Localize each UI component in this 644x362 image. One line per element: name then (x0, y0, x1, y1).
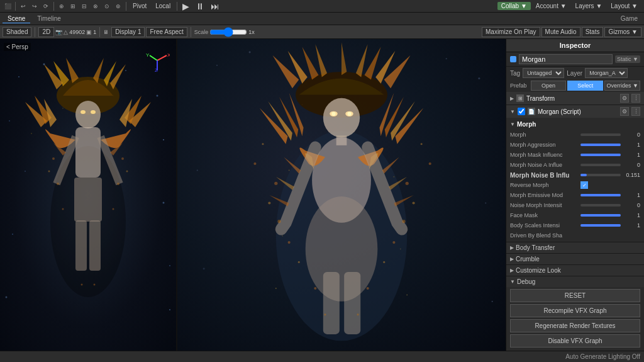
camera-icon: 📷 (55, 29, 62, 35)
svg-point-81 (367, 287, 369, 290)
pause-button[interactable]: ⏸ (193, 1, 207, 11)
stats-button[interactable]: Stats (582, 27, 604, 37)
view-2d-button[interactable]: 2D (38, 27, 54, 37)
noise-b-label: Morph Noise B Influ (510, 172, 579, 179)
prefab-select-button[interactable]: Select (567, 81, 603, 91)
disable-vfx-button[interactable]: Disable VFX Graph (510, 334, 640, 348)
svg-point-19 (75, 101, 101, 128)
scale-value: 1x (248, 29, 255, 35)
crumble-arrow: ▶ (510, 256, 514, 262)
transform-label: Transform (526, 95, 618, 102)
noise-a-slider[interactable] (580, 164, 621, 166)
step-button[interactable]: ⏭ (208, 1, 222, 11)
svg-text:Z: Z (155, 67, 158, 73)
static-badge[interactable]: Static ▼ (615, 55, 640, 63)
svg-line-36 (157, 55, 167, 60)
tab-timeline[interactable]: Timeline (32, 14, 65, 23)
reverse-morph-checkbox[interactable]: ✓ (580, 181, 588, 189)
tag-row: Tag Untagged Layer Morgan_A (506, 67, 644, 79)
script-settings-btn[interactable]: ⚙ (620, 107, 629, 116)
toolbar-icon-7: ⊗ (91, 1, 101, 11)
toolbar-icon-2: ↪ (30, 1, 40, 11)
tag-label: Tag (510, 70, 520, 77)
noise-b-slider-container: 0.151 (580, 172, 640, 178)
inspector-panel: Inspector Static ▼ Tag Untagged Layer Mo… (506, 39, 644, 351)
svg-text:Y: Y (146, 52, 150, 58)
reset-button[interactable]: RESET (510, 289, 640, 302)
toolbar-icon-1: ↩ (18, 1, 28, 11)
shaded-dropdown[interactable]: Shaded (3, 27, 31, 37)
viewport-left[interactable]: < Persp X Y Z (0, 39, 176, 351)
face-mask-slider-container: 1 (580, 212, 640, 218)
noise-b-slider[interactable] (580, 174, 621, 176)
aggression-value: 1 (623, 142, 640, 148)
layer-dropdown[interactable]: Morgan_A (585, 68, 628, 78)
transform-more-btn[interactable]: ⋮ (631, 94, 640, 103)
tab-scene[interactable]: Scene (3, 14, 30, 23)
viewport-persp-label: < Persp (4, 43, 31, 51)
prefab-overrides-button[interactable]: Overrides ▼ (604, 81, 640, 91)
emissive-slider-container: 1 (580, 192, 640, 198)
svg-point-34 (81, 284, 83, 286)
emissive-prop: Morph Emissive Mod 1 (506, 190, 644, 200)
script-enabled-checkbox[interactable] (518, 108, 525, 115)
face-mask-prop: Face Mask 1 (506, 210, 644, 220)
top-bar: ⬛ ↩ ↪ ⟳ ⊕ ⊞ ⊟ ⊗ ⊙ ⊚ Pivot Local ▶ ⏸ ⏭ Co… (0, 0, 644, 13)
mask-influe-slider[interactable] (580, 154, 621, 156)
scale-slider[interactable] (209, 29, 247, 35)
aggression-label: Morph Aggression (510, 142, 579, 148)
viewport-right[interactable] (177, 39, 506, 351)
aspect-dropdown[interactable]: Free Aspect (146, 27, 187, 37)
face-mask-slider[interactable] (580, 214, 621, 217)
script-more-btn[interactable]: ⋮ (631, 107, 640, 116)
transform-settings-btn[interactable]: ⚙ (620, 94, 629, 103)
maximize-button[interactable]: Maximize On Play (482, 27, 540, 37)
svg-rect-69 (344, 272, 360, 334)
pivot-button[interactable]: Pivot (129, 2, 150, 10)
svg-point-79 (383, 261, 385, 263)
tag-dropdown[interactable]: Untagged (523, 68, 564, 78)
object-name-field[interactable] (519, 54, 613, 64)
recompile-vfx-button[interactable]: Recompile VFX Graph (510, 304, 640, 317)
toolbar-icon-8: ⊙ (102, 1, 112, 11)
separator (53, 2, 54, 11)
layout-button[interactable]: Layout ▼ (607, 2, 641, 10)
gizmos-button[interactable]: Gizmos ▼ (604, 27, 641, 37)
play-button[interactable]: ▶ (180, 1, 192, 11)
local-button[interactable]: Local (152, 2, 174, 10)
aggression-slider-container: 1 (580, 142, 640, 148)
mute-button[interactable]: Mute Audio (541, 27, 580, 37)
aggression-slider[interactable] (580, 144, 621, 146)
svg-point-85 (421, 143, 423, 145)
morph-section: ▼ Morph Morph 0 Morph Aggression (506, 118, 644, 242)
noise-intensit-slider[interactable] (580, 204, 621, 206)
svg-text:X: X (167, 52, 170, 58)
crumble-header[interactable]: ▶ Crumble (506, 253, 644, 264)
body-scales-value: 1 (623, 222, 640, 229)
body-scales-slider[interactable] (580, 224, 621, 227)
emissive-value: 1 (623, 192, 640, 198)
separator (177, 2, 177, 11)
emissive-label: Morph Emissive Mod (510, 192, 579, 198)
account-button[interactable]: Account ▼ (532, 2, 570, 10)
transform-header[interactable]: ▶ ⊞ Transform ⚙ ⋮ (506, 92, 644, 105)
svg-point-67 (306, 196, 378, 302)
regen-textures-button[interactable]: Regenerate Render Textures (510, 319, 640, 332)
morph-slider[interactable] (580, 133, 621, 136)
prefab-row: Prefab Open Select Overrides ▼ (506, 79, 644, 92)
emissive-slider[interactable] (580, 194, 621, 196)
collab-button[interactable]: Collab ▼ (497, 2, 531, 10)
svg-rect-23 (74, 178, 102, 222)
svg-point-73 (406, 182, 409, 185)
prefab-open-button[interactable]: Open (531, 81, 567, 91)
debug-header[interactable]: ▼ Debug (506, 276, 644, 287)
customize-header[interactable]: ▶ Customize Look (506, 264, 644, 276)
morph-section-header[interactable]: ▼ Morph (506, 119, 644, 130)
svg-point-83 (357, 314, 358, 315)
toolbar-icon-6: ⊟ (79, 1, 89, 11)
display-dropdown[interactable]: Display 1 (111, 27, 145, 37)
body-transfer-header[interactable]: ▶ Body Transfer (506, 242, 644, 253)
layers-button[interactable]: Layers ▼ (572, 2, 606, 10)
script-header[interactable]: ▼ 📄 Morgan (Script) ⚙ ⋮ (506, 105, 644, 118)
svg-point-71 (268, 201, 270, 204)
